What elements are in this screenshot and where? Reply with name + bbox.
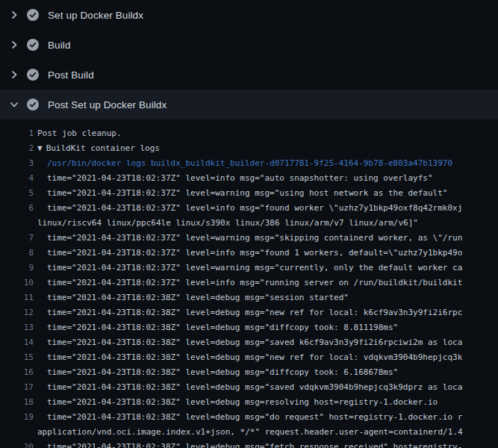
- log-line: 12time="2021-04-23T18:02:38Z" level=debu…: [0, 305, 498, 320]
- log-line-number[interactable]: 14: [0, 335, 34, 350]
- log-group-title: BuildKit container logs: [46, 143, 160, 153]
- log-line-text: time="2021-04-23T18:02:38Z" level=debug …: [37, 350, 462, 365]
- log-line-text: time="2021-04-23T18:02:37Z" level=warnin…: [37, 261, 462, 276]
- log-line: application/vnd.oci.image.index.v1+json,…: [0, 425, 498, 440]
- log-line-text: time="2021-04-23T18:02:38Z" level=debug …: [37, 320, 398, 335]
- log-line-text: time="2021-04-23T18:02:37Z" level=info m…: [37, 201, 462, 216]
- log-line-text: linux/riscv64 linux/ppc64le linux/s390x …: [37, 216, 418, 231]
- log-line-number[interactable]: 5: [0, 186, 34, 201]
- log-line-text: time="2021-04-23T18:02:37Z" level=info m…: [37, 246, 462, 261]
- log-line-text: application/vnd.oci.image.index.v1+json,…: [37, 425, 463, 440]
- check-circle-icon: [27, 9, 39, 21]
- log-line: 16time="2021-04-23T18:02:38Z" level=debu…: [0, 365, 498, 380]
- log-line-text: time="2021-04-23T18:02:38Z" level=debug …: [37, 365, 398, 380]
- log-line-text: time="2021-04-23T18:02:38Z" level=debug …: [37, 380, 462, 395]
- log-line-number[interactable]: 1: [0, 126, 34, 141]
- log-line-number[interactable]: 12: [0, 305, 34, 320]
- log-line-number[interactable]: 17: [0, 380, 34, 395]
- actions-log-viewer: Set up Docker Buildx Build Post Build Po…: [0, 0, 498, 448]
- log-line: 15time="2021-04-23T18:02:38Z" level=debu…: [0, 350, 498, 365]
- log-line-text: time="2021-04-23T18:02:38Z" level=debug …: [37, 410, 462, 425]
- step-header-post-set-up-docker-buildx[interactable]: Post Set up Docker Buildx: [0, 90, 498, 119]
- log-line-number[interactable]: 4: [0, 171, 34, 186]
- log-line-number[interactable]: 13: [0, 320, 34, 335]
- step-title: Build: [48, 40, 71, 51]
- log-line-text: time="2021-04-23T18:02:37Z" level=warnin…: [37, 231, 462, 246]
- log-line-text: Post job cleanup.: [37, 126, 122, 141]
- chevron-right-icon: [10, 70, 19, 79]
- log-line: 10time="2021-04-23T18:02:37Z" level=info…: [0, 276, 498, 290]
- log-line: 7time="2021-04-23T18:02:37Z" level=warni…: [0, 231, 498, 246]
- log-line: 11time="2021-04-23T18:02:38Z" level=debu…: [0, 290, 498, 305]
- log-line-text: time="2021-04-23T18:02:38Z" level=debug …: [37, 440, 462, 448]
- log-line: 19time="2021-04-23T18:02:38Z" level=debu…: [0, 410, 498, 425]
- log-line-text: time="2021-04-23T18:02:38Z" level=debug …: [37, 290, 349, 305]
- log-line-number[interactable]: [0, 216, 34, 231]
- log-line-text: time="2021-04-23T18:02:37Z" level=info m…: [37, 171, 433, 186]
- check-circle-icon: [27, 69, 39, 81]
- log-line-text: ▼BuildKit container logs: [37, 141, 160, 156]
- chevron-right-icon: [10, 10, 19, 19]
- log-line: 8time="2021-04-23T18:02:37Z" level=info …: [0, 246, 498, 261]
- step-title: Post Set up Docker Buildx: [48, 99, 166, 111]
- log-line: 20time="2021-04-23T18:02:38Z" level=debu…: [0, 440, 498, 448]
- log-line-number[interactable]: 15: [0, 350, 34, 365]
- chevron-down-icon: [10, 100, 19, 109]
- log-line-number[interactable]: 3: [0, 156, 34, 171]
- log-line-text: time="2021-04-23T18:02:37Z" level=info m…: [37, 276, 462, 290]
- log-line: 6time="2021-04-23T18:02:37Z" level=info …: [0, 201, 498, 216]
- log-line-number[interactable]: 16: [0, 365, 34, 380]
- log-line: 3/usr/bin/docker logs buildx_buildkit_bu…: [0, 156, 498, 171]
- triangle-down-icon[interactable]: ▼: [37, 143, 43, 153]
- log-line: 5time="2021-04-23T18:02:37Z" level=warni…: [0, 186, 498, 201]
- log-line-number[interactable]: 9: [0, 261, 34, 276]
- log-line-number[interactable]: 7: [0, 231, 34, 246]
- log-line: 18time="2021-04-23T18:02:38Z" level=debu…: [0, 395, 498, 410]
- log-line-text: time="2021-04-23T18:02:37Z" level=warnin…: [37, 186, 447, 201]
- log-line-text: time="2021-04-23T18:02:38Z" level=debug …: [37, 335, 462, 350]
- log-line: linux/riscv64 linux/ppc64le linux/s390x …: [0, 216, 498, 231]
- check-circle-icon: [27, 99, 39, 111]
- log-line-number[interactable]: 10: [0, 276, 34, 290]
- log-group-header-line[interactable]: 2▼BuildKit container logs: [0, 141, 498, 156]
- step-header-post-build[interactable]: Post Build: [0, 60, 498, 90]
- log-line-number[interactable]: 8: [0, 246, 34, 261]
- log-line-number[interactable]: 20: [0, 440, 34, 448]
- log-line-number[interactable]: [0, 425, 34, 440]
- log-line-text: time="2021-04-23T18:02:38Z" level=debug …: [37, 305, 462, 320]
- log-line: 1Post job cleanup.: [0, 126, 498, 141]
- log-command-text: /usr/bin/docker logs buildx_buildkit_bui…: [37, 156, 452, 171]
- log-line: 17time="2021-04-23T18:02:38Z" level=debu…: [0, 380, 498, 395]
- log-line-number[interactable]: 2: [0, 141, 34, 156]
- log-area: 1Post job cleanup.2▼BuildKit container l…: [0, 119, 498, 448]
- log-line-text: time="2021-04-23T18:02:38Z" level=debug …: [37, 395, 438, 410]
- log-line: 4time="2021-04-23T18:02:37Z" level=info …: [0, 171, 498, 186]
- step-header-build[interactable]: Build: [0, 30, 498, 60]
- check-circle-icon: [27, 39, 39, 51]
- log-line: 9time="2021-04-23T18:02:37Z" level=warni…: [0, 261, 498, 276]
- step-header-set-up-docker-buildx[interactable]: Set up Docker Buildx: [0, 0, 498, 30]
- log-line: 14time="2021-04-23T18:02:38Z" level=debu…: [0, 335, 498, 350]
- step-title: Post Build: [48, 69, 94, 81]
- chevron-right-icon: [10, 40, 19, 49]
- step-title: Set up Docker Buildx: [48, 10, 143, 21]
- log-line: 13time="2021-04-23T18:02:38Z" level=debu…: [0, 320, 498, 335]
- log-line-number[interactable]: 19: [0, 410, 34, 425]
- log-line-number[interactable]: 6: [0, 201, 34, 216]
- log-line-number[interactable]: 11: [0, 290, 34, 305]
- log-line-number[interactable]: 18: [0, 395, 34, 410]
